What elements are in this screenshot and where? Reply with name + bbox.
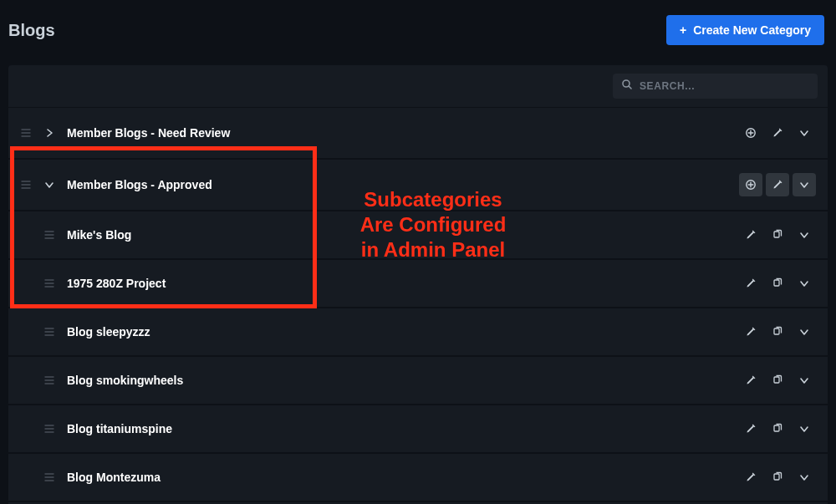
drag-handle-icon[interactable] [43, 374, 55, 386]
chevron-right-icon [43, 127, 55, 139]
drag-handle-icon[interactable] [43, 277, 55, 289]
row-actions [739, 369, 816, 392]
more-button[interactable] [793, 121, 816, 145]
row-actions [739, 320, 816, 344]
more-button[interactable] [793, 417, 816, 440]
copy-icon [772, 374, 783, 386]
subcategory-title: Blog Montezuma [67, 471, 161, 484]
edit-button[interactable] [739, 466, 762, 489]
chevron-down-icon [798, 374, 810, 386]
subcategory-title: Blog smokingwheels [67, 374, 183, 387]
copy-icon [772, 471, 783, 483]
search-input[interactable] [640, 80, 809, 92]
more-button[interactable] [793, 173, 816, 196]
subcategory-row[interactable]: Blog smokingwheels [8, 356, 828, 405]
chevron-down-icon [798, 127, 810, 139]
more-button[interactable] [793, 223, 816, 247]
drag-handle-icon[interactable] [43, 471, 55, 483]
page-title: Blogs [8, 21, 55, 40]
copy-icon [772, 326, 783, 338]
row-actions [739, 173, 816, 196]
subcategory-title: Blog titaniumspine [67, 422, 172, 435]
more-button[interactable] [793, 272, 816, 295]
category-title: Member Blogs - Need Review [67, 126, 230, 140]
edit-button[interactable] [766, 121, 789, 145]
more-button[interactable] [793, 320, 816, 344]
chevron-down-icon [798, 277, 810, 289]
category-title: Member Blogs - Approved [67, 178, 212, 191]
row-actions [739, 417, 816, 440]
chevron-down-icon [798, 179, 810, 191]
pencil-icon [772, 127, 783, 139]
panel: Member Blogs - Need Review Member Blogs … [8, 65, 828, 504]
plus-icon: + [680, 23, 686, 37]
copy-button[interactable] [766, 272, 789, 295]
drag-handle-icon[interactable] [43, 229, 55, 241]
copy-icon [772, 423, 783, 435]
subcategory-title: Mike's Blog [67, 228, 131, 242]
chevron-down-icon [798, 471, 810, 483]
search-input-wrap[interactable] [613, 74, 818, 99]
copy-button[interactable] [766, 466, 789, 489]
row-actions [739, 121, 816, 145]
subcategory-row[interactable]: Mike's Blog [8, 211, 828, 259]
plus-circle-icon [745, 127, 757, 139]
drag-handle-icon[interactable] [20, 179, 32, 191]
drag-handle-icon[interactable] [20, 127, 32, 139]
plus-circle-icon [745, 179, 757, 191]
edit-button[interactable] [766, 173, 789, 196]
create-category-label: Create New Category [693, 23, 811, 37]
chevron-down-icon [798, 423, 810, 435]
drag-handle-icon[interactable] [43, 326, 55, 338]
copy-button[interactable] [766, 369, 789, 392]
collapse-toggle[interactable] [43, 179, 55, 191]
pencil-icon [745, 423, 757, 435]
subcategory-row[interactable]: 1975 280Z Project [8, 259, 828, 308]
subcategory-title: 1975 280Z Project [67, 277, 166, 290]
row-actions [739, 466, 816, 489]
add-button[interactable] [739, 173, 762, 196]
copy-button[interactable] [766, 223, 789, 247]
pencil-icon [745, 374, 757, 386]
pencil-icon [745, 277, 757, 289]
copy-icon [772, 277, 783, 289]
edit-button[interactable] [739, 223, 762, 247]
edit-button[interactable] [739, 369, 762, 392]
category-row[interactable]: Member Blogs - Approved [8, 159, 828, 211]
expand-toggle[interactable] [43, 127, 55, 139]
subcategory-title: Blog sleepyzzz [67, 325, 150, 339]
edit-button[interactable] [739, 320, 762, 344]
row-actions [739, 272, 816, 295]
subcategory-row[interactable]: Blog sleepyzzz [8, 308, 828, 356]
page-header: Blogs + Create New Category [0, 0, 836, 57]
edit-button[interactable] [739, 417, 762, 440]
create-category-button[interactable]: + Create New Category [666, 15, 824, 45]
search-icon [621, 79, 633, 94]
pencil-icon [772, 179, 783, 191]
chevron-down-icon [798, 326, 810, 338]
more-button[interactable] [793, 369, 816, 392]
row-actions [739, 223, 816, 247]
pencil-icon [745, 471, 757, 483]
chevron-down-icon [798, 229, 810, 241]
subcategory-row[interactable]: Blog titaniumspine [8, 405, 828, 453]
copy-button[interactable] [766, 320, 789, 344]
copy-button[interactable] [766, 417, 789, 440]
subcategory-row[interactable]: Blog Montezuma [8, 453, 828, 501]
drag-handle-icon[interactable] [43, 423, 55, 435]
pencil-icon [745, 229, 757, 241]
more-button[interactable] [793, 466, 816, 489]
chevron-down-icon [43, 179, 55, 191]
add-button[interactable] [739, 121, 762, 145]
category-row[interactable]: Member Blogs - Need Review [8, 107, 828, 159]
copy-icon [772, 229, 783, 241]
edit-button[interactable] [739, 272, 762, 295]
pencil-icon [745, 326, 757, 338]
search-bar [8, 65, 828, 107]
